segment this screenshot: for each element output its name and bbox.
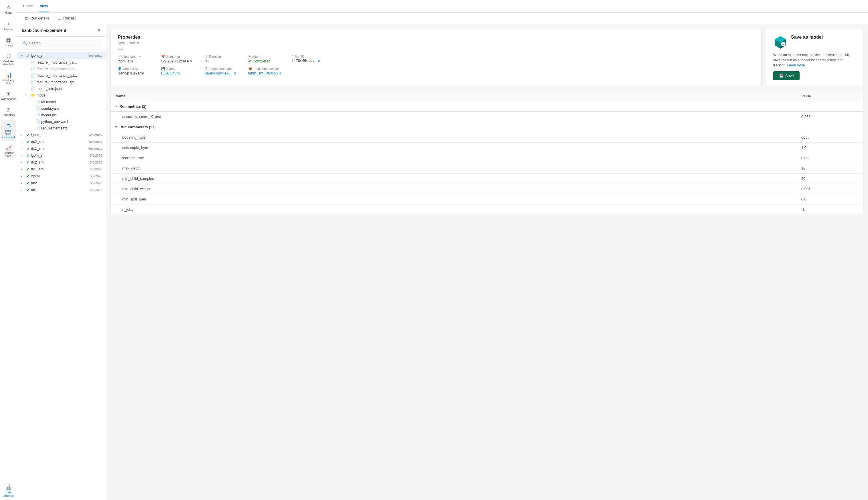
nav-item-tridentds[interactable]: ⊡ TridentDS xyxy=(1,104,16,119)
prop-value-experiment-name[interactable]: bank-churn-ex... ⧉ xyxy=(205,71,239,75)
param-value: 10 xyxy=(801,166,858,170)
close-icon[interactable]: ✕ xyxy=(97,27,101,33)
run-id-icon: # xyxy=(292,55,293,58)
nav-item-browse[interactable]: ▦ Browse xyxy=(1,35,16,49)
tree-item-rfc2-sm[interactable]: ▸ ✔ rfc2_sm Yesterday xyxy=(17,138,106,145)
top-section: Properties Description ✏ 📄 Run name xyxy=(111,29,864,86)
collapse-icon: ▸ xyxy=(21,147,25,151)
tree-item-lgbm-sm-3[interactable]: ▸ ✔ lgbm_sm 5/8/2023 xyxy=(17,152,106,159)
file-icon: 📄 xyxy=(35,113,40,117)
save-model-text: Save as model xyxy=(791,35,823,40)
prop-label-status: ⚑ Status xyxy=(248,55,282,58)
status-icon: ✔ xyxy=(26,153,30,158)
status-icon: ✔ xyxy=(26,133,30,137)
tree-item-lgbm-sm-expanded[interactable]: ▾ ✔ lgbm_sm Yesterday xyxy=(17,52,106,59)
tree-item-fi-gai-2[interactable]: 📄 feature_importance_gai... xyxy=(17,66,106,72)
tree-label: lgbm_sm xyxy=(31,154,89,158)
tab-view[interactable]: View xyxy=(39,1,49,11)
save-icon: 💾 xyxy=(779,73,784,78)
tree-item-python-env[interactable]: 📄 python_env.yaml xyxy=(17,118,106,125)
nav-label-browse: Browse xyxy=(4,44,13,47)
prop-value-registered-version[interactable]: lgbm_sm: Version 4 xyxy=(248,71,282,75)
tree-item-rfc1[interactable]: ▸ ✔ rfc1 5/2/2023 xyxy=(17,186,106,193)
edit-icon[interactable]: ✏ xyxy=(137,41,139,45)
tree-item-fi-gai-1[interactable]: 📄 feature_importance_gai... xyxy=(17,59,106,66)
tree-date: 5/2/2023 xyxy=(90,188,102,192)
content-row: bank-churn-experiment ✕ 🔍 ▾ ✔ lgbm_sm Ye… xyxy=(17,24,868,500)
search-icon: 🔍 xyxy=(23,41,27,45)
status-icon: ✔ xyxy=(26,160,30,164)
tab-run-details[interactable]: ▤ Run details xyxy=(22,14,53,23)
tree-item-rfc2-sm-2[interactable]: ▸ ✔ rfc2_sm 5/8/2023 xyxy=(17,159,106,166)
col-header-name: Name xyxy=(115,94,801,98)
prop-value-run-name: lgbm_sm xyxy=(118,59,152,63)
tree-label: feature_importance_spl... xyxy=(37,80,102,84)
tree-item-fi-spl-1[interactable]: 📄 feature_importance_spl... xyxy=(17,72,106,79)
collapse-icon: ▸ xyxy=(21,161,25,164)
nav-item-datascience[interactable]: 🔬 DataScience xyxy=(1,482,16,500)
nav-item-prediction[interactable]: 📈 PredictionReport xyxy=(1,142,16,160)
tree-item-model-pkl[interactable]: 📄 model.pkl xyxy=(17,112,106,118)
run-list-icon: ☰ xyxy=(58,16,61,20)
nav-item-home[interactable]: ⌂ Home xyxy=(1,2,16,17)
nav-item-experiment[interactable]: ⚗ bank-churn-experiment xyxy=(1,120,16,141)
tree-date: 5/8/2023 xyxy=(90,154,102,157)
tree-item-conda-yaml[interactable]: 📄 conda.yaml xyxy=(17,105,106,112)
tab-home[interactable]: Home xyxy=(22,1,34,11)
file-icon: 📄 xyxy=(31,87,35,91)
tree-item-rfc1-sm-2[interactable]: ▸ ✔ rfc1_sm 5/8/2023 xyxy=(17,166,106,173)
param-value: 0.09 xyxy=(801,156,858,160)
sidebar-title: bank-churn-experiment xyxy=(22,28,67,33)
file-icon: 📄 xyxy=(31,73,35,78)
chevron-down-icon: ▾ xyxy=(115,104,117,108)
expand-icon: ▾ xyxy=(25,93,30,97)
status-icon: ✔ xyxy=(26,146,30,151)
tree-item-rfc1-sm[interactable]: ▸ ✔ rfc1_sm Yesterday xyxy=(17,145,106,152)
learn-more-link[interactable]: Learn more xyxy=(787,63,805,67)
right-content: Properties Description ✏ 📄 Run name xyxy=(106,24,868,500)
sidebar-search-area: 🔍 xyxy=(17,37,106,50)
metrics-row-accuracy: accuracy_score_X_test 0.863 xyxy=(111,112,863,122)
tab-run-list[interactable]: ☰ Run list xyxy=(55,14,79,23)
save-model-title: Save as model xyxy=(791,35,823,40)
metric-name-accuracy: accuracy_score_X_test xyxy=(122,115,801,119)
tree-item-requirements[interactable]: 📄 requirements.txt xyxy=(17,125,106,132)
prop-label-run-name: 📄 Run name ✏ xyxy=(118,55,152,58)
run-parameters-section-header[interactable]: ▾ Run Parameters (27) xyxy=(111,122,863,132)
prop-status: ⚑ Status ✔ Completed xyxy=(248,55,282,63)
tree-label: lgbm_sm xyxy=(31,133,87,137)
save-button[interactable]: 💾 Save xyxy=(773,71,800,80)
tree-item-metric-info[interactable]: 📄 metric_info.json xyxy=(17,86,106,92)
prop-label-registered-version: 📦 Registered version xyxy=(248,67,282,70)
tree-label: model.pkl xyxy=(41,113,102,117)
description-row: Description ✏ xyxy=(118,41,754,45)
run-name-icon: 📄 xyxy=(118,55,121,58)
tree-label: metric_info.json xyxy=(37,87,102,91)
nav-item-workspaces[interactable]: ⊞ Workspaces xyxy=(1,88,16,103)
tree-item-mlmodel[interactable]: 📄 MLmodel xyxy=(17,99,106,105)
spacer xyxy=(118,63,754,67)
nav-label-monitoring: Monitoringhub xyxy=(2,79,14,85)
tree-label: rfc2_sm xyxy=(31,140,87,144)
nav-item-onelake[interactable]: ⬡ OneLakedata hub xyxy=(1,51,16,68)
tree-item-fi-spl-2[interactable]: 📄 feature_importance_spl... xyxy=(17,79,106,86)
tree-item-model-folder[interactable]: ▾ 📁 model xyxy=(17,92,106,99)
edit-run-name-icon[interactable]: ✏ xyxy=(139,55,141,58)
status-icon: ✔ xyxy=(26,139,30,144)
tree-date: Yesterday xyxy=(88,133,102,137)
search-input[interactable] xyxy=(21,39,102,47)
nav-item-monitoring[interactable]: 📊 Monitoringhub xyxy=(1,70,16,87)
copy-icon[interactable]: ⧉ xyxy=(318,59,320,63)
prop-value-start-date: 5/9/2023 12:08 PM xyxy=(161,59,196,63)
prop-value-status: ✔ Completed xyxy=(248,59,282,63)
description-label: Description xyxy=(118,41,135,45)
tree-item-lgbm1[interactable]: ▸ ✔ lgbm1 5/2/2023 xyxy=(17,173,106,180)
param-name: min_child_samples xyxy=(122,177,801,181)
nav-item-create[interactable]: ＋ Create xyxy=(1,18,16,34)
tree-item-rfc2[interactable]: ▸ ✔ rfc2 5/2/2023 xyxy=(17,180,106,186)
collapse-icon: ▸ xyxy=(21,188,25,192)
copy-exp-icon[interactable]: ⧉ xyxy=(234,71,236,75)
prop-value-source[interactable]: EDA Churn xyxy=(161,71,196,75)
tree-item-lgbm-sm-2[interactable]: ▸ ✔ lgbm_sm Yesterday xyxy=(17,132,106,138)
run-metrics-section-header[interactable]: ▾ Run metrics (1) xyxy=(111,101,863,112)
